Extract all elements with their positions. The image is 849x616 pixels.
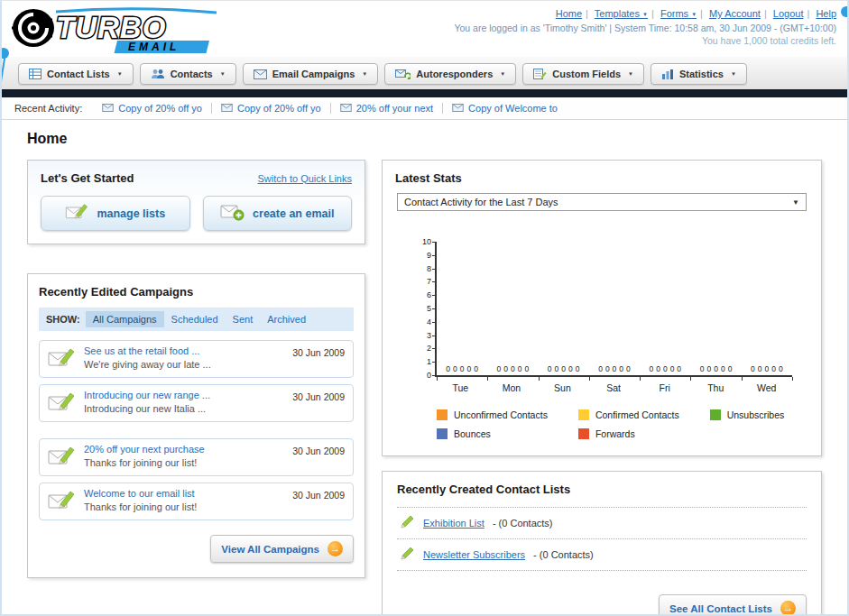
campaign-row[interactable]: 20% off your next purchase Thanks for jo… [39, 438, 354, 476]
legend-swatch [437, 409, 448, 420]
filter-archived[interactable]: Archived [260, 311, 313, 327]
recent-activity-label: Recent Activity: [14, 103, 82, 114]
tab-label: Email Campaigns [272, 69, 355, 79]
nav-link-label: Home [556, 8, 582, 19]
y-axis-tick [432, 281, 437, 282]
contact-lists-icon [29, 69, 42, 79]
nav-link-logout[interactable]: Logout [773, 8, 804, 19]
x-axis-tick [487, 377, 488, 381]
y-axis-label: 7 [415, 278, 431, 286]
recently-edited-campaigns-panel: Recently Edited Campaigns SHOW: All Camp… [27, 273, 365, 578]
credits-info: You have 1,000 total credits left. [454, 35, 836, 46]
nav-separator: | [807, 8, 809, 19]
main-tab-bar: Contact Lists ▼ Contacts ▼ Email Campaig… [2, 57, 847, 89]
contact-lists-panel-title: Recently Created Contact Lists [397, 483, 807, 496]
campaign-date: 30 Jun 2009 [292, 347, 345, 358]
chevron-down-icon: ▼ [500, 71, 505, 77]
chart-group: 00000 [437, 242, 487, 375]
x-axis-tick [539, 377, 540, 381]
arrow-right-icon: → [780, 601, 796, 616]
chevron-down-icon: ▼ [731, 71, 736, 77]
recent-activity-text: Copy of 20% off yo [237, 103, 321, 114]
contact-list-link[interactable]: Exhibition List [423, 518, 484, 529]
campaign-title-link[interactable]: Welcome to our email list [84, 488, 283, 499]
statistics-icon [661, 69, 674, 79]
tab-statistics[interactable]: Statistics ▼ [651, 63, 747, 85]
tab-contact-lists[interactable]: Contact Lists ▼ [18, 63, 134, 85]
data-value-labels: 00000 [548, 364, 580, 375]
campaign-date: 30 Jun 2009 [292, 446, 345, 456]
chart-group: 00000 [589, 242, 640, 375]
tab-autoresponders[interactable]: Autoresponders ▼ [384, 63, 516, 85]
legend-item: Forwards [578, 428, 679, 439]
y-axis-tick [432, 336, 437, 336]
get-started-panel: Let's Get Started Switch to Quick Links … [27, 160, 365, 244]
top-nav: Home| Templates ▼| Forms ▼| My Account| … [454, 8, 836, 19]
recent-activity-bar: Recent Activity: Copy of 20% off yo Copy… [2, 97, 847, 120]
recent-activity-item[interactable]: Copy of 20% off yo [212, 103, 331, 114]
data-value-labels: 00000 [598, 364, 631, 375]
recent-activity-item[interactable]: Copy of 20% off yo [93, 103, 212, 114]
y-axis-tick [432, 375, 437, 376]
stats-panel-title: Latest Stats [395, 171, 808, 185]
switch-quick-links-link[interactable]: Switch to Quick Links [257, 173, 352, 184]
recent-activity-text: Copy of 20% off yo [118, 103, 202, 114]
recent-activity-text: 20% off your next [356, 103, 433, 114]
contact-list-link[interactable]: Newsletter Subscribers [423, 549, 525, 560]
legend-swatch [578, 409, 589, 420]
filter-all-campaigns[interactable]: All Campaigns [86, 311, 164, 327]
envelope-icon [102, 103, 114, 114]
tab-label: Contacts [171, 69, 213, 79]
see-all-contact-lists-button[interactable]: See All Contact Lists → [659, 594, 807, 616]
stats-period-value: Contact Activity for the Last 7 Days [404, 197, 558, 207]
view-all-campaigns-label: View All Campaigns [221, 544, 319, 555]
recent-activity-item[interactable]: 20% off your next [331, 103, 443, 114]
legend-label: Forwards [595, 428, 635, 439]
campaign-row[interactable]: See us at the retail food ... We're givi… [39, 340, 354, 378]
decorative-dot-right [841, 6, 849, 17]
y-axis-label: 6 [415, 291, 431, 299]
nav-link-label: Logout [773, 8, 804, 19]
main-content: Home Let's Get Started Switch to Quick L… [2, 120, 847, 616]
contact-lists: Exhibition List - (0 Contacts) Newslette… [397, 507, 807, 571]
nav-link-my-account[interactable]: My Account [709, 8, 761, 19]
create-email-label: create an email [253, 207, 334, 220]
campaign-title-link[interactable]: See us at the retail food ... [84, 345, 283, 356]
nav-link-templates[interactable]: Templates ▼ [595, 8, 648, 19]
x-axis-label: Wed [741, 382, 792, 393]
arrow-right-icon: → [328, 541, 343, 556]
stats-period-select[interactable]: Contact Activity for the Last 7 Days ▼ [397, 193, 807, 211]
nav-link-home[interactable]: Home [556, 8, 582, 19]
chevron-down-icon: ▼ [628, 71, 633, 77]
x-axis-tick [589, 377, 590, 381]
chevron-down-icon: ▼ [792, 198, 799, 207]
tab-contacts[interactable]: Contacts ▼ [140, 63, 236, 85]
nav-link-help[interactable]: Help [816, 8, 836, 19]
contact-list-row[interactable]: Exhibition List - (0 Contacts) [397, 508, 807, 539]
nav-link-label: Templates [595, 8, 640, 19]
recent-activity-item[interactable]: Copy of Welcome to [443, 103, 567, 114]
campaign-row[interactable]: Welcome to our email list Thanks for joi… [39, 483, 354, 520]
tab-email-campaigns[interactable]: Email Campaigns ▼ [243, 63, 379, 85]
x-axis-label: Mon [486, 382, 538, 393]
tab-custom-fields[interactable]: Custom Fields ▼ [522, 63, 644, 85]
filter-sent[interactable]: Sent [226, 311, 261, 327]
chevron-down-icon: ▼ [117, 71, 123, 77]
contact-list-row[interactable]: Newsletter Subscribers - (0 Contacts) [397, 539, 807, 571]
y-axis-label: 0 [415, 372, 431, 380]
x-axis-label: Tue [435, 382, 486, 393]
turbo-email-logo: TURBO EMAIL [9, 5, 251, 58]
campaign-row[interactable]: Introducing our new range ... Introducin… [39, 384, 354, 422]
x-axis-tick [690, 377, 691, 381]
manage-lists-button[interactable]: manage lists [41, 196, 190, 231]
campaign-title-link[interactable]: Introducing our new range ... [84, 390, 283, 400]
x-axis-tick [742, 377, 743, 381]
filter-scheduled[interactable]: Scheduled [164, 311, 226, 327]
nav-link-forms[interactable]: Forms ▼ [660, 8, 697, 19]
envelope-icon [452, 103, 464, 114]
nav-separator: | [764, 8, 767, 19]
create-email-button[interactable]: create an email [203, 196, 353, 231]
y-axis-tick [432, 308, 437, 309]
view-all-campaigns-button[interactable]: View All Campaigns → [210, 535, 354, 563]
campaign-title-link[interactable]: 20% off your next purchase [84, 444, 283, 455]
